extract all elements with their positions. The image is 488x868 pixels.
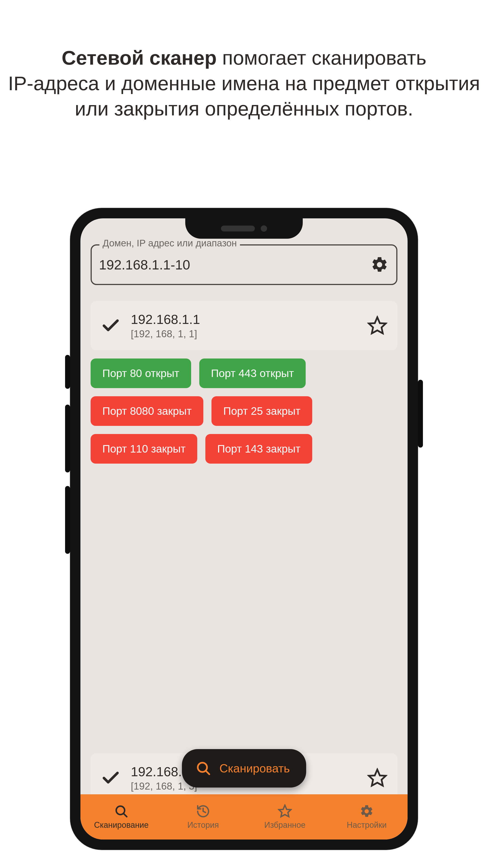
svg-marker-6	[279, 805, 291, 817]
phone-side-button	[65, 355, 70, 389]
spacer	[91, 464, 397, 744]
scan-fab[interactable]: Сканировать	[182, 749, 306, 787]
result-ip: 192.168.1.1	[131, 312, 357, 327]
port-row: Порт 80 открыт Порт 443 открыт	[91, 359, 397, 388]
headline-rest1: помогает сканировать	[217, 46, 426, 69]
phone-side-button	[65, 486, 70, 554]
phone-side-button	[65, 405, 70, 472]
port-chip[interactable]: Порт 143 закрыт	[205, 434, 312, 464]
check-icon	[101, 768, 121, 788]
scan-fab-label: Сканировать	[219, 762, 290, 775]
port-chip[interactable]: Порт 110 закрыт	[91, 434, 197, 464]
star-icon	[278, 804, 292, 818]
scan-target-legend: Домен, IP адрес или диапазон	[99, 238, 240, 249]
headline-bold: Сетевой сканер	[62, 46, 217, 69]
port-chip[interactable]: Порт 443 открыт	[199, 359, 306, 388]
svg-marker-0	[369, 317, 386, 333]
marketing-headline: Сетевой сканер помогает сканировать IP-а…	[0, 45, 488, 122]
nav-scan[interactable]: Сканирование	[80, 794, 162, 839]
port-chip[interactable]: Порт 8080 закрыт	[91, 396, 203, 426]
nav-favorites[interactable]: Избранное	[244, 794, 326, 839]
result-ip-array: [192, 168, 1, 1]	[131, 328, 357, 340]
favorite-toggle[interactable]	[367, 768, 387, 788]
nav-label: Настройки	[347, 820, 387, 830]
svg-marker-1	[369, 770, 386, 785]
phone-side-button	[418, 380, 423, 447]
port-row: Порт 8080 закрыт Порт 25 закрыт	[91, 396, 397, 426]
star-outline-icon	[367, 768, 387, 788]
phone-screen: Домен, IP адрес или диапазон 192.168.1.1…	[80, 218, 408, 839]
bottom-nav: Сканирование История Избранное Настройки	[80, 794, 408, 839]
port-row: Порт 110 закрыт Порт 143 закрыт	[91, 434, 397, 464]
gear-icon	[370, 256, 389, 274]
port-chip[interactable]: Порт 25 закрыт	[212, 396, 312, 426]
gear-icon	[359, 804, 374, 818]
favorite-toggle[interactable]	[367, 315, 387, 336]
app-root: Домен, IP адрес или диапазон 192.168.1.1…	[80, 218, 408, 839]
nav-label: Избранное	[264, 820, 305, 830]
svg-line-3	[205, 771, 209, 774]
svg-line-5	[123, 813, 127, 817]
nav-history[interactable]: История	[162, 794, 244, 839]
headline-line3: или закрытия определённых портов.	[75, 97, 413, 120]
phone-frame: Домен, IP адрес или диапазон 192.168.1.1…	[70, 208, 418, 850]
nav-settings[interactable]: Настройки	[326, 794, 408, 839]
phone-speaker	[221, 225, 255, 231]
scan-target-input[interactable]: 192.168.1.1-10	[99, 257, 370, 273]
headline-line2: IP-адреса и доменные имена на предмет от…	[8, 72, 480, 94]
nav-label: Сканирование	[94, 820, 149, 830]
scan-settings-button[interactable]	[370, 255, 389, 274]
phone-notch	[185, 218, 303, 239]
scan-target-input-wrap[interactable]: Домен, IP адрес или диапазон 192.168.1.1…	[91, 244, 397, 285]
check-icon	[101, 315, 121, 336]
search-icon	[195, 761, 211, 776]
result-text: 192.168.1.1 [192, 168, 1, 1]	[131, 312, 357, 340]
phone-camera	[261, 225, 267, 232]
star-outline-icon	[367, 315, 387, 336]
search-icon	[114, 804, 129, 818]
history-icon	[196, 804, 210, 818]
port-chip[interactable]: Порт 80 открыт	[91, 359, 191, 388]
result-card[interactable]: 192.168.1.1 [192, 168, 1, 1]	[91, 301, 397, 350]
nav-label: История	[187, 820, 219, 830]
